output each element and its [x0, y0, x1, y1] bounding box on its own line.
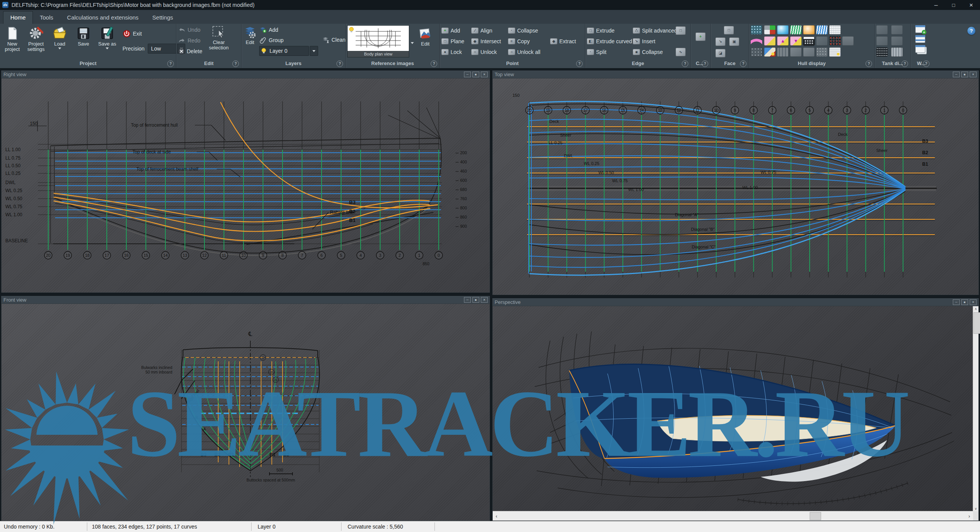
new-window-icon[interactable]: [915, 25, 925, 33]
help-button[interactable]: ?: [967, 27, 975, 35]
front-view-maximize-button[interactable]: ■: [472, 297, 479, 303]
front-view-canvas[interactable]: ℄ Bulwarks inclined 50 mm inboard Bilge …: [2, 304, 490, 521]
project-settings-button[interactable]: Project settings: [25, 26, 47, 60]
right-view-maximize-button[interactable]: ■: [472, 72, 479, 77]
top-view-close-button[interactable]: ✕: [970, 72, 977, 77]
solid-view-icon[interactable]: [790, 47, 802, 57]
face-invert-icon[interactable]: [715, 38, 725, 46]
tab-calculations[interactable]: Calculations and extensions: [60, 11, 145, 24]
perspective-maximize-button[interactable]: ■: [961, 299, 968, 305]
scroll-up-icon[interactable]: ∧: [973, 306, 978, 312]
tab-tools[interactable]: Tools: [33, 11, 60, 24]
help-edge-icon[interactable]: ?: [682, 60, 688, 67]
point-cloud-icon[interactable]: [816, 47, 828, 57]
viewport-front-view[interactable]: Front view ─ ■ ✕: [1, 295, 490, 521]
layers-clean-button[interactable]: Clean: [322, 35, 346, 44]
shaded-disabled-icon[interactable]: [816, 36, 828, 46]
perspective-canvas[interactable]: [493, 306, 973, 511]
reference-edit-button[interactable]: Edit: [415, 25, 435, 60]
interior-shell-icon[interactable]: [764, 36, 776, 46]
edge-curve-points-button[interactable]: [676, 47, 689, 57]
edge-split-advanced-button[interactable]: Split advanced: [633, 26, 676, 35]
save-as-dropdown-caret[interactable]: [106, 47, 109, 49]
planks-icon[interactable]: [891, 47, 903, 57]
scroll-left-icon[interactable]: ‹: [493, 511, 500, 521]
top-view-maximize-button[interactable]: ■: [961, 72, 968, 77]
point-lock-button[interactable]: Lock: [441, 47, 471, 57]
gaussian-curvature-icon[interactable]: [777, 25, 789, 34]
tank-open-icon[interactable]: [876, 36, 888, 46]
viewport-perspective[interactable]: Perspective ─ ■ ✕: [492, 298, 979, 521]
edge-split-button[interactable]: Split: [587, 47, 633, 57]
redo-button[interactable]: Redo: [178, 36, 202, 45]
point-plane-button[interactable]: Plane: [441, 37, 471, 46]
control-net-icon[interactable]: [751, 25, 762, 34]
edge-extrude-button[interactable]: Extrude: [587, 26, 633, 35]
horizontal-scroll-thumb[interactable]: [810, 512, 821, 520]
tank-disabled-icon[interactable]: [891, 25, 903, 34]
undo-button[interactable]: Undo: [178, 25, 202, 34]
viewport-right-view[interactable]: Right view ─ ■ ✕: [1, 70, 490, 293]
planking-icon[interactable]: [777, 47, 789, 57]
front-view-minimize-button[interactable]: ─: [464, 297, 471, 303]
tab-home[interactable]: Home: [3, 11, 33, 24]
zebra-green-icon[interactable]: [790, 25, 802, 34]
point-add-button[interactable]: Add: [441, 26, 471, 35]
cascade-windows-icon[interactable]: [915, 45, 925, 53]
scroll-down-icon[interactable]: ∨: [973, 506, 978, 511]
wireframe-icon[interactable]: [829, 25, 841, 34]
layer-select-caret[interactable]: [310, 46, 318, 56]
pin-markers-icon[interactable]: [803, 47, 815, 57]
background-images-icon[interactable]: [764, 47, 776, 57]
perspective-horizontal-scrollbar[interactable]: ‹ ›: [493, 511, 973, 521]
delete-button[interactable]: Delete: [178, 47, 202, 56]
clear-selection-button[interactable]: Clear selection: [205, 25, 232, 56]
top-view-minimize-button[interactable]: ─: [953, 72, 960, 77]
curvature-down-icon[interactable]: [790, 36, 802, 46]
perspective-vertical-scrollbar[interactable]: ∧ ∨: [973, 306, 978, 511]
help-windows-icon[interactable]: ?: [923, 60, 929, 67]
help-edit-icon[interactable]: ?: [232, 60, 239, 67]
edge-collapse-button[interactable]: Collapse: [633, 47, 676, 57]
face-mirror-icon[interactable]: [715, 49, 725, 57]
minimize-button[interactable]: ─: [927, 0, 945, 10]
point-copy-button[interactable]: Copy: [508, 37, 550, 46]
reference-image-thumbnail[interactable]: Body plan view: [347, 25, 409, 57]
vertical-scroll-thumb[interactable]: [973, 312, 980, 334]
help-reference-images-icon[interactable]: ?: [431, 60, 437, 67]
point-intersect-button[interactable]: Intersect: [471, 37, 508, 46]
perspective-close-button[interactable]: ✕: [970, 299, 977, 305]
face-flip-icon[interactable]: [729, 38, 739, 46]
right-view-minimize-button[interactable]: ─: [464, 72, 471, 77]
tank-sections-icon[interactable]: [891, 36, 903, 46]
curve-add-button[interactable]: [696, 32, 709, 41]
help-point-icon[interactable]: ?: [576, 60, 583, 67]
point-align-button[interactable]: Align: [471, 26, 508, 35]
developability-icon[interactable]: [803, 25, 815, 34]
viewport-top-view[interactable]: Top view ─ ■ ✕: [492, 70, 979, 295]
right-view-close-button[interactable]: ✕: [481, 72, 488, 77]
load-button[interactable]: Load: [49, 26, 70, 60]
help-face-icon[interactable]: ?: [740, 60, 746, 67]
layers-edit-button[interactable]: Edit: [243, 25, 257, 56]
front-view-close-button[interactable]: ✕: [481, 297, 488, 303]
help-layers-icon[interactable]: ?: [336, 60, 343, 67]
save-as-button[interactable]: Save as: [96, 26, 118, 60]
layers-add-button[interactable]: Add: [259, 25, 318, 34]
grid-markers-icon[interactable]: [829, 36, 841, 46]
hydrostatics-calculator-icon[interactable]: [803, 36, 815, 46]
point-unlock-all-button[interactable]: Unlock all: [508, 47, 550, 57]
xray-icon[interactable]: [876, 47, 888, 57]
edge-insert-button[interactable]: Insert: [633, 37, 676, 46]
help-tank-display-icon[interactable]: ?: [902, 60, 908, 67]
intersections-icon[interactable]: [751, 47, 762, 57]
tank-icon[interactable]: [876, 25, 888, 34]
face-new-icon[interactable]: [724, 26, 734, 34]
help-hull-display-icon[interactable]: ?: [866, 60, 872, 67]
perspective-minimize-button[interactable]: ─: [953, 299, 960, 305]
edge-insert-alt-button[interactable]: [676, 26, 689, 35]
edge-extrude-curved-button[interactable]: Extrude curved: [587, 37, 633, 46]
save-button[interactable]: Save: [73, 26, 94, 60]
load-dropdown-caret[interactable]: [58, 47, 61, 49]
scroll-right-icon[interactable]: ›: [965, 511, 973, 521]
